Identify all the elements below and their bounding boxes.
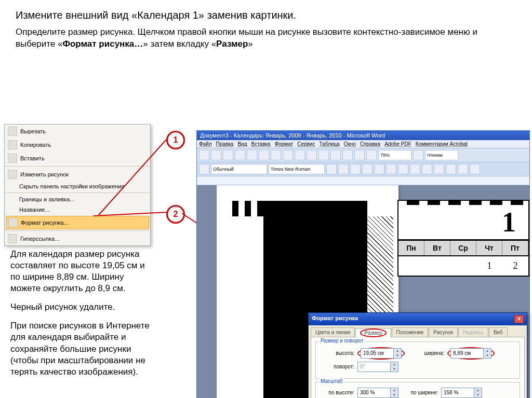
ctx-hyperlink[interactable]: Гиперссылка... (5, 232, 150, 245)
context-menu: Вырезать Копировать Вставить Изменить ри… (4, 124, 151, 246)
cut-icon[interactable] (271, 150, 281, 160)
align-center-icon[interactable] (374, 164, 384, 174)
ctx-caption[interactable]: Название... (5, 204, 150, 215)
new-icon[interactable] (199, 150, 209, 160)
group-size-rotation: Размер и поворот высота: ▲▼ ширина: ▲▼ п… (315, 341, 520, 379)
ctx-copy[interactable]: Копировать (5, 138, 150, 152)
fontcolor-icon[interactable] (470, 164, 480, 174)
tab-web[interactable]: Веб (489, 327, 508, 337)
marker-2: 2 (166, 205, 185, 224)
tab-colors[interactable]: Цвета и линии (311, 327, 355, 337)
scale-height-spinner[interactable]: ▲▼ (357, 388, 398, 398)
print-icon[interactable] (235, 150, 245, 160)
menu-window[interactable]: Окно (344, 141, 356, 147)
menu-table[interactable]: Таблица (319, 141, 339, 147)
zoom-select[interactable]: 75% (378, 150, 411, 160)
day-fri: Пт (502, 241, 528, 255)
word-menubar: Файл Правка Вид Вставка Формат Сервис Та… (197, 140, 529, 148)
width-spinner[interactable]: ▲▼ (450, 348, 491, 359)
intro-part2: » затем вкладку « (143, 39, 216, 49)
menu-file[interactable]: Файл (199, 141, 212, 147)
menu-tools[interactable]: Сервис (297, 141, 315, 147)
tab-caption[interactable]: Надпись (458, 327, 488, 337)
tab-size[interactable]: Размер (355, 328, 391, 337)
columns-icon[interactable] (354, 150, 365, 160)
scale-height-label: по высоте: (320, 390, 354, 395)
ctx-hide-label: Скрыть панель настройки изображения (19, 183, 124, 189)
table-icon[interactable] (342, 150, 353, 160)
menu-help[interactable]: Справка (360, 141, 380, 147)
link-icon[interactable] (330, 150, 341, 160)
ctx-cut[interactable]: Вырезать (5, 125, 150, 138)
spell-icon[interactable] (259, 150, 269, 160)
ctx-format-label: Формат рисунка... (21, 219, 69, 226)
spin-arrows[interactable]: ▲▼ (390, 362, 398, 372)
border-icon[interactable] (446, 164, 456, 174)
help-icon[interactable] (413, 150, 423, 160)
read-button[interactable]: Чтение (425, 150, 458, 160)
spin-arrows[interactable]: ▲▼ (483, 349, 491, 358)
copy-icon[interactable] (283, 150, 293, 160)
menu-insert[interactable]: Вставка (251, 141, 270, 147)
width-input[interactable] (451, 349, 483, 358)
ctx-format-picture[interactable]: Формат рисунка... (6, 216, 149, 229)
ctx-edit-picture[interactable]: Изменить рисунок (5, 168, 150, 181)
word-titlebar: Документ3 - Календарь: Январь, 2009 - Ян… (197, 131, 529, 140)
page-title: Измените внешний вид «Календаря 1» замен… (16, 9, 516, 21)
edit-icon (8, 170, 17, 179)
close-icon[interactable]: × (514, 315, 524, 323)
open-icon[interactable] (211, 150, 221, 160)
menu-acrobat[interactable]: Комментарии Acrobat (416, 141, 468, 147)
format-picture-dialog: Формат рисунка × Цвета и линии Размер По… (308, 312, 527, 398)
menu-adobe[interactable]: Adobe PDF (384, 141, 411, 147)
copy-icon (8, 140, 17, 149)
height-input[interactable] (361, 349, 393, 358)
list-icon[interactable] (410, 164, 420, 174)
highlight-icon[interactable] (458, 164, 468, 174)
ctx-borders[interactable]: Границы и заливка... (5, 194, 150, 204)
bold-icon[interactable] (326, 164, 337, 174)
font-select[interactable]: Times New Roman (269, 164, 325, 174)
preview-icon[interactable] (247, 150, 257, 160)
ruler (197, 176, 529, 185)
menu-edit[interactable]: Правка (216, 141, 234, 147)
drawing-icon[interactable] (366, 150, 377, 160)
outdent-icon[interactable] (434, 164, 444, 174)
spin-arrows[interactable]: ▲▼ (474, 388, 482, 397)
left-gutter (197, 185, 211, 398)
dialog-body: Размер и поворот высота: ▲▼ ширина: ▲▼ п… (311, 337, 525, 398)
indent-icon[interactable] (422, 164, 432, 174)
rotation-input[interactable] (358, 363, 390, 371)
style-icon[interactable] (199, 164, 209, 174)
ctx-hide-toolbar[interactable]: Скрыть панель настройки изображения (5, 181, 150, 191)
justify-icon[interactable] (398, 164, 408, 174)
menu-view[interactable]: Вид (237, 141, 247, 147)
menu-format[interactable]: Формат (275, 141, 294, 147)
scale-height-input[interactable] (358, 389, 390, 397)
calendar-days-header: Пн Вт Ср Чт Пт (398, 241, 528, 256)
height-highlight: ▲▼ (357, 347, 405, 360)
align-right-icon[interactable] (386, 164, 396, 174)
tab-position[interactable]: Положение (392, 327, 429, 337)
underline-icon[interactable] (350, 164, 361, 174)
scale-width-input[interactable] (442, 389, 474, 397)
dialog-tabs: Цвета и линии Размер Положение Рисунок Н… (309, 325, 527, 337)
spin-arrows[interactable]: ▲▼ (393, 349, 401, 358)
style-select[interactable]: Обычный (211, 164, 267, 174)
rotation-spinner[interactable]: ▲▼ (357, 362, 398, 372)
day-mon: Пн (398, 241, 424, 255)
italic-icon[interactable] (338, 164, 349, 174)
save-icon[interactable] (223, 150, 233, 160)
group-scale: Масштаб по высоте: ▲▼ по ширине: ▲▼ ✔сох… (315, 382, 520, 398)
align-left-icon[interactable] (362, 164, 373, 174)
paste-icon[interactable] (295, 150, 305, 160)
spin-arrows[interactable]: ▲▼ (390, 388, 398, 397)
scale-width-spinner[interactable]: ▲▼ (441, 388, 482, 398)
undo-icon[interactable] (307, 150, 317, 160)
intro-bold2: Размер (216, 39, 248, 49)
height-spinner[interactable]: ▲▼ (361, 348, 402, 359)
intro-text: Определите размер рисунка. Щелчком право… (16, 26, 516, 50)
ctx-paste[interactable]: Вставить (5, 152, 150, 165)
tab-picture[interactable]: Рисунок (429, 327, 458, 337)
redo-icon[interactable] (318, 150, 329, 160)
